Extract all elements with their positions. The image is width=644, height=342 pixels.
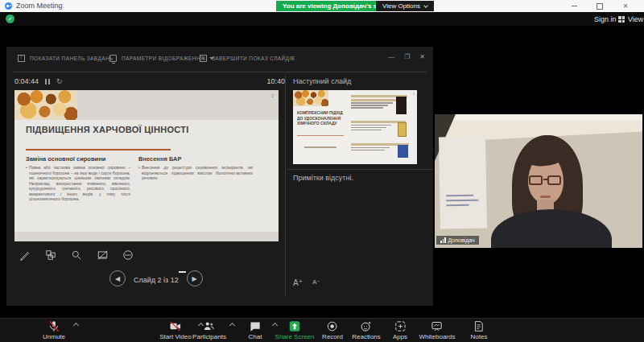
whiteboards-button[interactable]: Whiteboards — [419, 320, 456, 340]
unmute-button[interactable]: Unmute — [43, 320, 65, 340]
view-grid-icon — [618, 16, 625, 23]
participants-label: Participants — [192, 333, 226, 340]
apps-label: Apps — [393, 333, 407, 340]
encryption-shield-icon[interactable]: ✓ — [6, 14, 14, 23]
ppt-close-button[interactable]: ✕ — [419, 53, 425, 60]
pen-tool-button[interactable] — [18, 248, 32, 262]
annotation-toolbar — [18, 248, 135, 262]
notes-text: Примітки відсутні. — [293, 174, 353, 182]
restart-timer-button[interactable]: ↻ — [56, 77, 63, 85]
chat-button[interactable]: Chat — [249, 320, 262, 340]
minimize-button[interactable] — [565, 0, 583, 12]
notes-icon — [473, 320, 485, 332]
window-title: Zoom Meeting — [16, 2, 63, 10]
whiteboards-icon — [431, 320, 444, 332]
zoom-logo-icon — [5, 2, 12, 10]
record-button[interactable]: Record — [322, 320, 343, 340]
participants-icon — [202, 320, 216, 332]
view-label: View — [628, 15, 643, 23]
title-bar: Zoom Meeting You are viewing Доповідач's… — [0, 0, 644, 12]
current-time: 10:40 — [259, 77, 285, 85]
audio-options-chevron[interactable] — [73, 323, 79, 328]
next-slide-button[interactable]: ▶ — [187, 270, 203, 286]
ppt-restore-button[interactable]: ❐ — [404, 53, 410, 60]
slide-column-right: Внесення БАР Внесення до рецептури сиров… — [138, 155, 253, 238]
slide-page-number: 2 — [271, 93, 274, 98]
notes-font-buttons: A⁺ A⁻ — [293, 278, 320, 287]
close-button[interactable] — [617, 0, 634, 12]
column-heading: Заміна основної сировини — [26, 155, 130, 163]
panel-divider — [285, 76, 286, 296]
black-screen-button[interactable] — [95, 248, 109, 262]
previous-slide-button[interactable]: ◀ — [109, 270, 126, 286]
pause-timer-button[interactable] — [45, 79, 50, 84]
camera-off-icon — [169, 320, 183, 332]
slide-columns: Заміна основної сировини Повна або частк… — [26, 155, 253, 238]
ppt-minimize-button[interactable]: — — [388, 53, 394, 60]
start-video-button[interactable]: Start Video — [159, 320, 191, 340]
apps-button[interactable]: Apps — [393, 320, 407, 340]
glasses-bridge — [543, 179, 547, 180]
reactions-label: Reactions — [352, 333, 381, 340]
ellipsis-icon — [122, 249, 134, 261]
show-taskbar-button[interactable]: ПОКАЗАТИ ПАНЕЛЬ ЗАВДАНЬ — [18, 55, 114, 62]
thumbnail-accent-rule — [297, 135, 344, 136]
record-icon — [326, 320, 338, 332]
slide-footer-band — [14, 232, 279, 241]
notes-label: Notes — [471, 333, 488, 340]
reactions-button[interactable]: Reactions — [352, 320, 381, 340]
font-decrease-button[interactable]: A⁻ — [312, 278, 320, 287]
thumbnail-subtitle-line — [304, 146, 336, 148]
column-body: Внесення до рецептури сировинних інгреді… — [138, 165, 253, 181]
more-options-button[interactable] — [121, 248, 135, 262]
thumbnail-page-number: 3 — [413, 92, 415, 96]
apps-icon — [394, 320, 406, 332]
share-screen-label: Share Screen — [275, 333, 315, 340]
maximize-button[interactable] — [591, 0, 609, 12]
view-layout-button[interactable]: View — [618, 15, 643, 23]
next-slide-thumbnail[interactable]: КОМПЛЕКСНИЙ ПІДХІД ДО УДОСКОНАЛЕННЯ ХІМІ… — [293, 90, 417, 164]
next-slide-label: Наступний слайд — [293, 77, 351, 85]
show-taskbar-label: ПОКАЗАТИ ПАНЕЛЬ ЗАВДАНЬ — [30, 56, 114, 61]
signal-bars-icon — [440, 237, 446, 243]
participant-name: Доповідач — [448, 237, 475, 243]
record-label: Record — [322, 333, 343, 340]
speaker-mouth — [540, 196, 551, 198]
notes-divider — [288, 169, 433, 170]
thumbnail-product-image-dark — [396, 97, 407, 114]
thumbnail-product-image-yellow — [398, 122, 407, 137]
ppt-window-controls: — ❐ ✕ — [388, 53, 425, 60]
current-slide[interactable]: 2 ПІДВИЩЕННЯ ХАРЧОВОЇ ЦІННОСТІ Заміна ос… — [14, 90, 279, 241]
reactions-icon — [360, 320, 372, 332]
unmute-label: Unmute — [43, 333, 65, 340]
projection-screen — [439, 137, 487, 229]
view-options-button[interactable]: View Options — [376, 1, 434, 11]
display-settings-button[interactable]: ПАРАМЕТРИ ВІДОБРАЖЕННЯ — [109, 55, 214, 62]
meeting-control-bar: Unmute Start Video Participants 70 — [0, 318, 644, 342]
end-slideshow-button[interactable]: ЗАВЕРШИТИ ПОКАЗ СЛАЙДІВ — [200, 55, 295, 62]
sign-in-button[interactable]: Sign in — [594, 15, 617, 23]
end-slideshow-label: ЗАВЕРШИТИ ПОКАЗ СЛАЙДІВ — [212, 56, 295, 61]
participants-options-chevron[interactable] — [229, 323, 235, 328]
glasses-right-lens — [547, 175, 561, 185]
participant-name-tag: Доповідач — [436, 236, 479, 245]
chevron-down-icon — [423, 3, 428, 8]
zoom-meeting-window: Zoom Meeting You are viewing Доповідач's… — [0, 0, 644, 342]
slide-column-left: Заміна основної сировини Повна або частк… — [26, 155, 130, 238]
share-screen-button[interactable]: Share Screen — [275, 320, 315, 340]
taskbar-icon — [18, 55, 25, 62]
participants-button[interactable]: Participants — [192, 320, 226, 340]
font-increase-button[interactable]: A⁺ — [293, 278, 303, 287]
end-slideshow-icon — [200, 55, 207, 62]
zoom-slide-button[interactable] — [69, 248, 84, 262]
whiteboards-label: Whiteboards — [419, 333, 456, 340]
notes-button[interactable]: Notes — [471, 320, 488, 340]
participant-video[interactable]: Доповідач — [435, 114, 642, 248]
slide-accent-rule — [26, 149, 171, 150]
thumbnail-product-image-blue — [398, 145, 408, 158]
slide-counter: Слайд 2 із 12 — [134, 276, 179, 284]
view-options-label: View Options — [382, 2, 420, 10]
pen-icon — [19, 249, 31, 261]
slide-counter-wrap: Слайд 2 із 12 — [134, 271, 179, 286]
see-all-slides-button[interactable] — [43, 248, 58, 262]
